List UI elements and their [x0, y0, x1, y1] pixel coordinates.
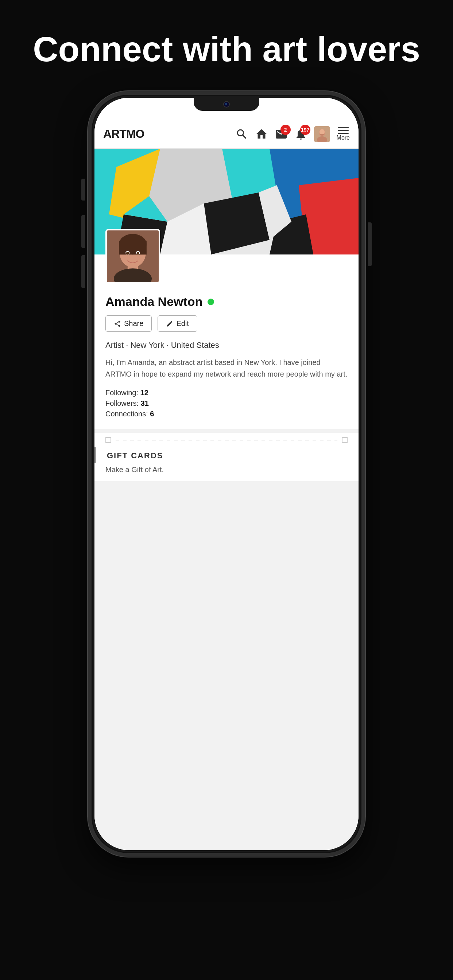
- search-icon: [235, 127, 248, 141]
- power-button: [368, 223, 372, 266]
- nav-icons-group: 2 197: [235, 126, 350, 142]
- gift-cards-section: GIFT CARDS Make a Gift of Art.: [94, 433, 359, 481]
- messages-badge: 2: [281, 125, 291, 135]
- followers-label: Followers:: [105, 399, 139, 407]
- notifications-button[interactable]: 197: [294, 127, 308, 141]
- edit-icon: [166, 320, 173, 328]
- profile-info: Amanda Newton Share: [94, 291, 359, 429]
- followers-count: 31: [141, 399, 149, 407]
- nav-avatar-image: [314, 126, 330, 142]
- hamburger-icon: [338, 127, 349, 134]
- navigation-bar: ARTMO: [94, 119, 359, 149]
- following-count: 12: [140, 389, 148, 397]
- screen-content: ARTMO: [94, 98, 359, 850]
- hamburger-line-2: [338, 130, 349, 131]
- online-status-dot: [207, 299, 214, 305]
- more-label: More: [337, 135, 350, 141]
- more-menu-button[interactable]: More: [337, 127, 350, 141]
- hero-title: Connect with art lovers: [0, 29, 453, 69]
- svg-point-3: [319, 129, 325, 135]
- artmo-logo: ARTMO: [103, 127, 144, 141]
- profile-name-row: Amanda Newton: [105, 294, 348, 309]
- following-label: Following:: [105, 389, 138, 397]
- phone-notch: [194, 98, 259, 111]
- search-button[interactable]: [235, 127, 248, 141]
- silent-button: [81, 255, 85, 288]
- home-button[interactable]: [255, 127, 268, 141]
- notifications-badge: 197: [300, 125, 310, 135]
- main-content: Amanda Newton Share: [94, 149, 359, 850]
- gift-cards-title: GIFT CARDS: [94, 447, 359, 463]
- phone-screen: ARTMO: [94, 98, 359, 850]
- profile-name: Amanda Newton: [105, 294, 203, 309]
- profile-card: Amanda Newton Share: [94, 149, 359, 429]
- edit-label: Edit: [176, 320, 188, 328]
- hamburger-line-1: [338, 127, 349, 128]
- profile-location: Artist · New York · United States: [105, 340, 348, 350]
- camera: [223, 101, 230, 108]
- profile-avatar-wrap: [94, 229, 359, 284]
- following-stat: Following: 12: [105, 389, 348, 397]
- svg-rect-8: [119, 241, 147, 255]
- gift-corner-left: [105, 437, 111, 443]
- volume-up-button: [81, 179, 85, 200]
- svg-point-14: [136, 252, 139, 255]
- edit-button[interactable]: Edit: [158, 315, 197, 332]
- share-label: Share: [124, 320, 144, 328]
- connections-stat: Connections: 6: [105, 410, 348, 418]
- profile-stats: Following: 12 Followers: 31 Connections:…: [105, 389, 348, 418]
- volume-down-button: [81, 215, 85, 248]
- gift-divider: [94, 433, 359, 447]
- profile-bio: Hi, I'm Amanda, an abstract artist based…: [105, 356, 348, 380]
- connections-count: 6: [150, 410, 154, 418]
- gift-cards-subtitle: Make a Gift of Art.: [94, 463, 359, 481]
- hamburger-line-3: [338, 133, 349, 134]
- followers-stat: Followers: 31: [105, 399, 348, 407]
- messages-button[interactable]: 2: [274, 127, 288, 141]
- phone-mockup: ARTMO: [88, 91, 365, 857]
- nav-avatar[interactable]: [314, 126, 330, 142]
- share-icon: [114, 320, 121, 328]
- connections-label: Connections:: [105, 410, 148, 418]
- profile-avatar-image: [107, 229, 159, 284]
- gift-divider-line: [116, 440, 337, 441]
- svg-point-13: [126, 252, 129, 255]
- share-button[interactable]: Share: [105, 315, 152, 332]
- home-icon: [255, 127, 268, 141]
- profile-avatar: [105, 229, 160, 284]
- profile-actions: Share Edit: [105, 315, 348, 332]
- gift-corner-right: [342, 437, 348, 443]
